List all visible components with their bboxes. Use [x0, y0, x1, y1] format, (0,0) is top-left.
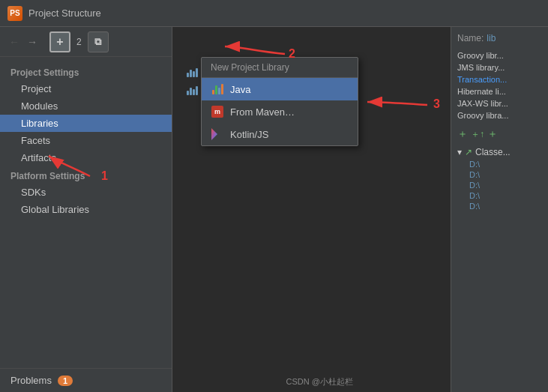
nav-forward-button[interactable]: → [24, 34, 40, 49]
class-item-2: D:\ [457, 180, 542, 190]
kotlin-icon [211, 127, 224, 141]
classes-section: ▾ ↗ Classe... D:\ D:\ D:\ D:\ D:\ [457, 147, 542, 211]
dropdown-item-maven[interactable]: m From Maven… [202, 100, 358, 123]
center-content: ojdbcr1 ojdbc141 New Project Library [172, 27, 451, 392]
right-toolbar: ＋ ＋↑ ＋ [457, 127, 542, 141]
main-layout: ← → + 2 ⧉ Project Settings Project Modul… [0, 27, 548, 392]
sidebar-item-project[interactable]: Project [0, 80, 172, 97]
class-item-3: D:\ [457, 190, 542, 201]
project-settings-header: Project Settings [0, 63, 172, 80]
lib-icon-ojdbcr1 [186, 67, 198, 79]
dropdown-menu: New Project Library Java m From Maven… [201, 57, 358, 146]
sidebar-item-global-libraries[interactable]: Global Libraries [0, 201, 172, 218]
maven-icon: m [211, 105, 224, 118]
name-label: Name: [457, 33, 484, 43]
toolbar-num: 2 [73, 37, 85, 47]
copy-icon: ⧉ [94, 36, 101, 48]
nav-buttons: ← → [6, 34, 40, 49]
right-list-item-5: Groovy libra... [457, 109, 542, 121]
class-item-1: D:\ [457, 169, 542, 180]
class-item-4: D:\ [457, 201, 542, 211]
window-title: Project Structure [28, 7, 101, 19]
lib-icon-ojdbc141 [186, 85, 198, 97]
sidebar-toolbar: ← → + 2 ⧉ [0, 27, 172, 57]
chevron-down-icon: ▾ [457, 147, 462, 157]
sidebar-item-sdks[interactable]: SDKs [0, 184, 172, 201]
add-library-button[interactable]: + [49, 31, 70, 52]
dropdown-label-java: Java [230, 84, 250, 95]
platform-settings-header: Platform Settings [0, 166, 172, 184]
problems-label: Problems [10, 375, 52, 386]
add-class-button[interactable]: ＋ [457, 127, 468, 141]
copy-button[interactable]: ⧉ [88, 31, 109, 52]
title-bar: PS Project Structure [0, 0, 548, 27]
plus-icon: + [56, 35, 63, 49]
sidebar-item-facets[interactable]: Facets [0, 132, 172, 149]
sidebar-bottom: Problems 1 [0, 368, 172, 392]
dropdown-label-kotlin: Kotlin/JS [230, 129, 268, 140]
sidebar-item-artifacts[interactable]: Artifacts [0, 149, 172, 166]
watermark: CSDN @小杜起栏 [286, 376, 353, 388]
sidebar-item-libraries[interactable]: Libraries [0, 115, 172, 132]
right-panel: Name: lib Groovy libr... JMS library... … [451, 27, 548, 392]
app-icon: PS [7, 6, 22, 21]
problems-badge: 1 [58, 376, 73, 386]
sidebar: ← → + 2 ⧉ Project Settings Project Modul… [0, 27, 172, 392]
right-list-item-transaction: Transaction... [457, 73, 542, 85]
dropdown-item-kotlin[interactable]: Kotlin/JS [202, 123, 358, 145]
classes-label: Classe... [475, 147, 511, 157]
name-value: lib [487, 33, 496, 43]
bar-chart-icon [187, 68, 198, 77]
add-class-alt-button[interactable]: ＋↑ [471, 128, 484, 141]
classes-header[interactable]: ▾ ↗ Classe... [457, 147, 542, 157]
dropdown-label-maven: From Maven… [230, 106, 295, 118]
dropdown-header: New Project Library [202, 58, 358, 78]
sidebar-item-modules[interactable]: Modules [0, 97, 172, 115]
dropdown-item-java[interactable]: Java [202, 78, 358, 100]
sidebar-content: Project Settings Project Modules Librari… [0, 57, 172, 368]
add-green-button[interactable]: ＋ [487, 127, 498, 141]
name-field: Name: lib [457, 33, 542, 43]
class-item-0: D:\ [457, 159, 542, 169]
bar-chart-icon-2 [187, 86, 198, 95]
right-list-item-0: Groovy libr... [457, 49, 542, 61]
right-list-item-1: JMS library... [457, 61, 542, 73]
classes-icon: ↗ [465, 147, 472, 157]
right-list-item-3: Hibernate li... [457, 85, 542, 97]
java-icon [211, 82, 224, 96]
svg-marker-0 [211, 128, 217, 140]
right-list-item-4: JAX-WS libr... [457, 97, 542, 109]
nav-back-button[interactable]: ← [6, 34, 22, 49]
